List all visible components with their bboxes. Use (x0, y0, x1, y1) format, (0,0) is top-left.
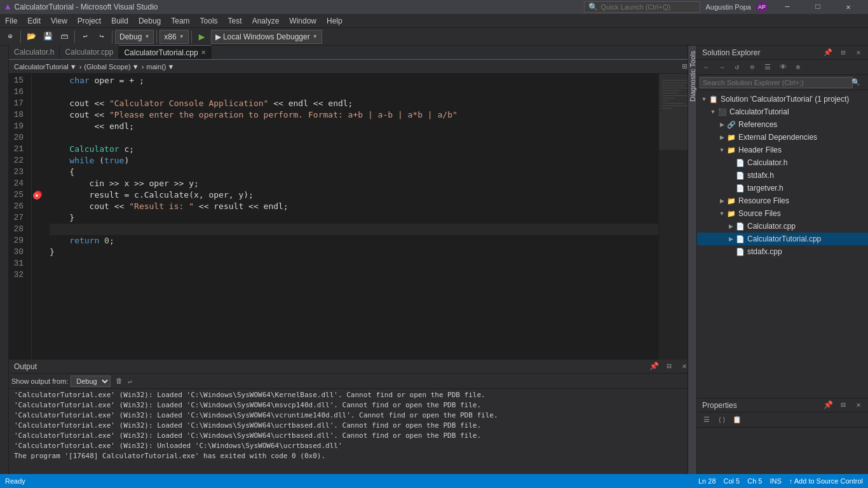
menu-item-edit[interactable]: Edit (22, 15, 46, 27)
line-number: 25 (9, 189, 26, 201)
line-numbers: 15 16 17 18 19 20 21 22 23 24 25 26 27 2… (9, 74, 32, 360)
tree-item-resource-files[interactable]: ▶ 📁 Resource Files (697, 194, 868, 207)
maximize-button[interactable]: □ (803, 0, 832, 14)
tree-item-external-deps[interactable]: ▶ 📁 External Dependencies (697, 131, 868, 144)
word-wrap-button[interactable]: ↵ (128, 377, 132, 385)
code-content[interactable]: char oper = + ; cout << "Calculator Cons… (44, 74, 658, 360)
code-line-30: } (50, 247, 658, 258)
menu-item-tools[interactable]: Tools (195, 15, 223, 27)
prop-alpha-button[interactable]: ⟨⟩ (715, 413, 729, 427)
redo-button[interactable]: ↪ (94, 29, 109, 44)
quick-launch-box[interactable]: 🔍 (584, 1, 700, 13)
se-back-button[interactable]: ← (700, 60, 714, 74)
tree-item-source-files[interactable]: ▼ 📁 Source Files (697, 207, 868, 220)
new-button[interactable]: ⊕ (3, 29, 18, 44)
platform-dropdown[interactable]: x86 ▼ (159, 30, 188, 44)
undo-button[interactable]: ↩ (78, 29, 93, 44)
tree-item-references[interactable]: ▶ 🔗 References (697, 118, 868, 131)
se-properties-button[interactable]: ☰ (761, 60, 775, 74)
clear-output-button[interactable]: 🗑 (116, 377, 123, 385)
float-prop-button[interactable]: ⊟ (836, 398, 850, 412)
toolbar-separator-5 (191, 30, 192, 43)
solution-explorer-header: Solution Explorer 📌 ⊟ ✕ (697, 46, 868, 60)
menu-item-analyze[interactable]: Analyze (247, 15, 285, 27)
status-bar: Ready Ln 28 Col 5 Ch 5 INS ↑ Add to Sour… (0, 474, 868, 488)
status-col[interactable]: Col 5 (724, 477, 740, 485)
tab-calculatortutorial-cpp[interactable]: CalculatorTutorial.cpp ✕ (119, 45, 211, 59)
tree-item-calculator-h[interactable]: 📄 Calculator.h (697, 156, 868, 169)
run-button[interactable]: ▶ (194, 29, 210, 44)
pin-button[interactable]: 📌 (647, 360, 661, 374)
prop-pages-button[interactable]: 📋 (730, 413, 744, 427)
code-line-25: result = c.Calculate(x, oper, y); (50, 189, 658, 201)
close-prop-button[interactable]: ✕ (851, 398, 865, 412)
close-se-button[interactable]: ✕ (851, 46, 865, 60)
float-se-button[interactable]: ⊟ (836, 46, 850, 60)
menu-item-project[interactable]: Project (72, 15, 106, 27)
add-to-source-control-button[interactable]: ↑ Add to Source Control (789, 477, 863, 485)
se-collapse-button[interactable]: ⊖ (745, 60, 759, 74)
menu-item-file[interactable]: File (0, 15, 22, 27)
tree-label: Source Files (738, 209, 781, 218)
output-title: Output (14, 362, 37, 371)
status-line[interactable]: Ln 28 (698, 477, 716, 485)
menu-item-window[interactable]: Window (284, 15, 322, 27)
prop-categories-button[interactable]: ☰ (700, 413, 714, 427)
se-show-all-button[interactable]: 👁 (776, 60, 790, 74)
breadcrumb-scope-dropdown[interactable]: (Global Scope) ▼ (84, 63, 139, 71)
open-button[interactable]: 📂 (24, 29, 39, 44)
cpp-file-icon: 📄 (735, 247, 745, 257)
menu-item-build[interactable]: Build (106, 15, 133, 27)
properties-controls: 📌 ⊟ ✕ (821, 398, 865, 412)
tree-item-targetver-h[interactable]: 📄 targetver.h (697, 182, 868, 194)
save-all-button[interactable]: 🗃 (57, 29, 72, 44)
tree-item-stdafx-cpp[interactable]: 📄 stdafx.cpp (697, 245, 868, 258)
output-source-dropdown[interactable]: Debug (71, 376, 111, 387)
code-line-16 (50, 86, 658, 98)
tree-item-calculator-cpp[interactable]: ▶ 📄 Calculator.cpp (697, 220, 868, 233)
breadcrumb-project-dropdown[interactable]: CalculatorTutorial ▼ (14, 63, 77, 71)
debug-mode-label: Debug (119, 32, 142, 41)
line-number: 29 (9, 235, 26, 247)
menu-item-team[interactable]: Team (166, 15, 194, 27)
title-bar-right: 🔍 Augustin Popa AP — □ ✕ (584, 0, 863, 14)
tree-item-project[interactable]: ▼ ⬛ CalculatorTutorial (697, 105, 868, 118)
folder-icon: 📁 (726, 145, 736, 155)
tree-item-stdafx-h[interactable]: 📄 stdafx.h (697, 169, 868, 182)
status-ready[interactable]: Ready (5, 477, 25, 485)
pin-prop-button[interactable]: 📌 (821, 398, 835, 412)
breadcrumb-project-label: CalculatorTutorial (14, 63, 69, 71)
code-line-19: << endl; (50, 121, 658, 132)
menu-item-view[interactable]: View (46, 15, 72, 27)
close-button[interactable]: ✕ (834, 0, 863, 14)
status-ins[interactable]: INS (770, 477, 781, 485)
quick-launch-input[interactable] (600, 3, 696, 11)
tab-calculator-h[interactable]: Calculator.h (9, 45, 60, 59)
se-filter-button[interactable]: ⊕ (791, 60, 805, 74)
tree-item-header-files[interactable]: ▼ 📁 Header Files (697, 144, 868, 156)
debug-mode-dropdown[interactable]: Debug ▼ (115, 30, 154, 44)
se-forward-button[interactable]: → (715, 60, 729, 74)
tab-close-button[interactable]: ✕ (201, 49, 206, 56)
menu-item-help[interactable]: Help (322, 15, 348, 27)
output-line: 'CalculatorTutorial.exe' (Win32): Loaded… (14, 421, 691, 431)
status-ch[interactable]: Ch 5 (747, 477, 762, 485)
tree-item-solution[interactable]: ▼ 📋 Solution 'CalculatorTutorial' (1 pro… (697, 93, 868, 105)
tree-label: External Dependencies (738, 133, 817, 142)
diagnostic-tools-label[interactable]: Diagnostic Tools (689, 46, 696, 107)
line-number: 18 (9, 109, 26, 121)
run-dropdown[interactable]: ▶ Local Windows Debugger ▼ (211, 30, 322, 44)
tab-calculator-cpp[interactable]: Calculator.cpp (60, 45, 119, 59)
tree-item-calculatortutorial-cpp[interactable]: ▶ 📄 CalculatorTutorial.cpp (697, 233, 868, 245)
pin-se-button[interactable]: 📌 (821, 46, 835, 60)
se-search-input[interactable] (700, 77, 853, 88)
se-refresh-button[interactable]: ↺ (730, 60, 744, 74)
breadcrumb-symbol-dropdown[interactable]: main() ▼ (146, 63, 174, 71)
breadcrumb-separator-2: › (142, 63, 144, 71)
save-button[interactable]: 💾 (40, 29, 55, 44)
float-button[interactable]: ⊟ (662, 360, 676, 374)
menu-item-test[interactable]: Test (223, 15, 247, 27)
minimize-button[interactable]: — (773, 0, 802, 14)
code-editor[interactable]: 15 16 17 18 19 20 21 22 23 24 25 26 27 2… (9, 74, 696, 360)
menu-item-debug[interactable]: Debug (133, 15, 166, 27)
